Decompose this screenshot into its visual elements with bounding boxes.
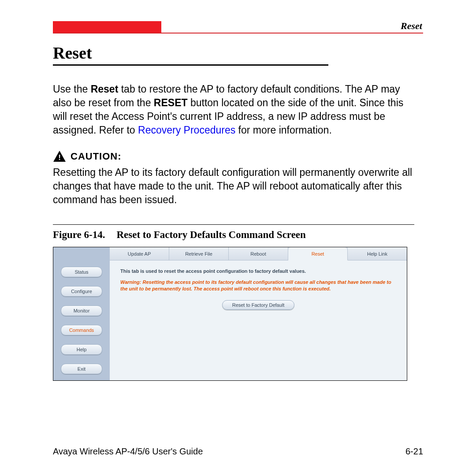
tab-retrieve-file[interactable]: Retrieve File <box>169 247 229 260</box>
sidebar-item-status[interactable]: Status <box>61 267 102 277</box>
caution-row: ! CAUTION: <box>53 150 423 162</box>
svg-text:!: ! <box>58 153 61 162</box>
recovery-procedures-link[interactable]: Recovery Procedures <box>138 124 235 136</box>
page-footer: Avaya Wireless AP-4/5/6 User's Guide 6-2… <box>53 446 423 457</box>
sidebar-item-configure[interactable]: Configure <box>61 286 102 297</box>
p1-bold1: Reset <box>91 83 119 95</box>
caution-icon: ! <box>53 150 66 162</box>
intro-paragraph: Use the Reset tab to restore the AP to f… <box>53 82 414 137</box>
figure-rule <box>53 224 414 225</box>
reset-warning: Warning: Resetting the access point to i… <box>120 279 396 292</box>
tab-content: This tab is used to reset the access poi… <box>110 260 407 346</box>
tab-help-link[interactable]: Help Link <box>348 247 407 260</box>
figure-title: Reset to Factory Defaults Command Screen <box>116 229 305 240</box>
p1-post: for more information. <box>235 124 332 136</box>
sidebar-item-commands[interactable]: Commands <box>61 325 102 335</box>
sidebar-item-exit[interactable]: Exit <box>61 364 102 374</box>
tab-reboot[interactable]: Reboot <box>229 247 288 260</box>
reset-to-factory-default-button[interactable]: Reset to Factory Default <box>222 300 295 310</box>
sidebar-item-monitor[interactable]: Monitor <box>61 305 102 316</box>
p1-bold2: RESET <box>154 97 188 108</box>
header-bar: Reset <box>53 21 423 33</box>
tab-reset[interactable]: Reset <box>288 247 348 260</box>
figure-number: Figure 6-14. <box>53 229 105 240</box>
red-accent-block <box>53 21 161 33</box>
caution-label: CAUTION: <box>71 151 122 162</box>
screenshot-panel: Status Configure Monitor Commands Help E… <box>53 247 407 381</box>
caution-text: Resetting the AP to its factory default … <box>53 166 414 207</box>
page-title: Reset <box>53 43 328 66</box>
footer-left: Avaya Wireless AP-4/5/6 User's Guide <box>53 446 203 457</box>
p1-pre: Use the <box>53 83 91 95</box>
reset-description: This tab is used to reset the access poi… <box>120 268 396 274</box>
sidebar-item-help[interactable]: Help <box>61 344 102 355</box>
main-panel: Update AP Retrieve File Reboot Reset Hel… <box>110 247 407 380</box>
figure-caption: Figure 6-14.Reset to Factory Defaults Co… <box>53 229 414 241</box>
tab-bar: Update AP Retrieve File Reboot Reset Hel… <box>110 247 407 260</box>
running-head: Reset <box>161 20 423 33</box>
tab-update-ap[interactable]: Update AP <box>110 247 169 260</box>
sidebar: Status Configure Monitor Commands Help E… <box>53 247 110 380</box>
footer-right: 6-21 <box>405 446 423 457</box>
